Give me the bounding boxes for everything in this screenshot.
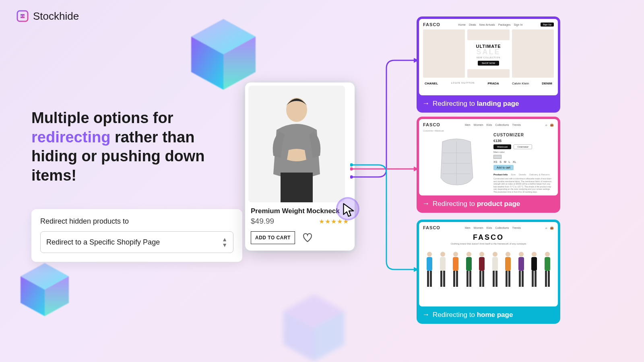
stockhide-logo: Stockhide xyxy=(16,10,79,23)
mini-breadcrumb: Customizer • Waistcoat xyxy=(423,130,554,132)
svg-rect-24 xyxy=(440,257,446,271)
bag-icon: 👜 xyxy=(550,123,554,127)
svg-rect-26 xyxy=(443,271,445,287)
connector-to-home xyxy=(350,161,421,274)
preview-home-page: FASCO MenWomenKidsCollectionsTrends ⌕👜 F… xyxy=(417,220,560,324)
svg-rect-11 xyxy=(281,173,313,202)
preview-product-page: FASCO MenWomenKidsCollectionsTrends ⌕👜 C… xyxy=(417,117,560,213)
svg-rect-32 xyxy=(466,257,472,271)
connector-to-landing xyxy=(350,56,421,181)
brand-logos-row: CHANEL LOUIS VUITTON PRADA Calvin Klein … xyxy=(423,82,554,85)
svg-rect-54 xyxy=(535,271,537,287)
svg-rect-34 xyxy=(469,271,471,287)
svg-rect-46 xyxy=(508,271,510,287)
svg-rect-53 xyxy=(532,271,534,287)
redirect-setting-label: Redirect hidden products to xyxy=(40,217,233,226)
product-name: Premium Weight Mockneck xyxy=(251,207,349,215)
svg-rect-52 xyxy=(531,257,537,271)
svg-rect-45 xyxy=(506,271,508,287)
preview-caption: → Redirecting to product page xyxy=(419,195,558,213)
svg-rect-56 xyxy=(545,257,550,271)
svg-rect-29 xyxy=(453,271,455,287)
bag-icon: 👜 xyxy=(550,226,554,230)
redirect-target-value: Redirect to a Specific Shopify Page xyxy=(46,238,160,247)
svg-rect-42 xyxy=(495,271,497,287)
stockhide-logo-icon xyxy=(16,10,29,23)
model-lineup xyxy=(423,251,554,289)
svg-point-39 xyxy=(493,252,497,257)
svg-rect-22 xyxy=(430,271,432,287)
add-to-cart-button[interactable]: ADD TO CART xyxy=(251,231,295,244)
preview-caption: → Redirecting to landing page xyxy=(419,95,558,113)
svg-point-43 xyxy=(506,252,510,257)
search-icon: ⌕ xyxy=(545,123,547,127)
svg-point-47 xyxy=(519,252,524,257)
product-card[interactable]: Premium Weight Mockneck $49.99 ★★★★★ ADD… xyxy=(245,82,355,251)
color-swatch xyxy=(493,155,502,159)
product-price: $49.99 xyxy=(251,217,274,226)
cursor-icon xyxy=(342,203,356,217)
mini-nav: Home Deals New Arrivals Packages Sign In xyxy=(458,23,522,26)
stockhide-logo-text: Stockhide xyxy=(33,10,79,23)
svg-point-51 xyxy=(532,252,537,257)
svg-point-19 xyxy=(427,252,432,257)
svg-rect-20 xyxy=(427,257,432,271)
svg-point-27 xyxy=(453,252,458,257)
svg-rect-33 xyxy=(466,271,469,287)
svg-rect-58 xyxy=(548,271,550,287)
svg-rect-50 xyxy=(522,271,524,287)
arrow-right-icon: → xyxy=(422,99,429,108)
preview-landing-page: FASCO Home Deals New Arrivals Packages S… xyxy=(417,16,560,113)
svg-rect-36 xyxy=(479,257,485,271)
arrow-right-icon: → xyxy=(422,311,429,319)
redirect-target-select[interactable]: Redirect to a Specific Shopify Page ▲▼ xyxy=(40,231,233,253)
svg-rect-57 xyxy=(545,271,547,287)
svg-rect-41 xyxy=(493,271,495,287)
svg-rect-38 xyxy=(482,271,484,287)
favorite-heart-icon[interactable] xyxy=(302,232,313,243)
svg-rect-25 xyxy=(440,271,442,287)
svg-rect-49 xyxy=(519,271,521,287)
arrow-right-icon: → xyxy=(422,200,429,208)
preview-caption: → Redirecting to home page xyxy=(419,306,558,324)
svg-point-23 xyxy=(440,252,445,257)
mini-signup-button: Sign Up xyxy=(541,23,554,27)
svg-point-35 xyxy=(479,252,484,257)
svg-rect-28 xyxy=(453,257,458,271)
svg-rect-21 xyxy=(427,271,429,287)
mini-brand: FASCO xyxy=(423,22,440,27)
search-icon: ⌕ xyxy=(545,226,547,230)
select-chevron-icon: ▲▼ xyxy=(222,237,227,248)
svg-rect-44 xyxy=(505,257,511,271)
svg-point-10 xyxy=(286,98,307,122)
svg-rect-48 xyxy=(518,257,524,271)
svg-point-31 xyxy=(466,252,471,257)
decorative-cube xyxy=(14,259,75,320)
product-image xyxy=(248,86,345,202)
decorative-cube xyxy=(270,290,358,362)
svg-rect-37 xyxy=(479,271,481,287)
headline: Multiple options for redirecting rather … xyxy=(31,109,241,185)
product-customizer-image xyxy=(423,133,489,193)
connector-to-product xyxy=(350,165,421,173)
svg-rect-30 xyxy=(456,271,458,287)
svg-point-55 xyxy=(545,252,550,257)
cursor-indicator xyxy=(336,197,360,221)
redirect-setting-card: Redirect hidden products to Redirect to … xyxy=(31,209,242,262)
svg-rect-40 xyxy=(492,257,498,271)
